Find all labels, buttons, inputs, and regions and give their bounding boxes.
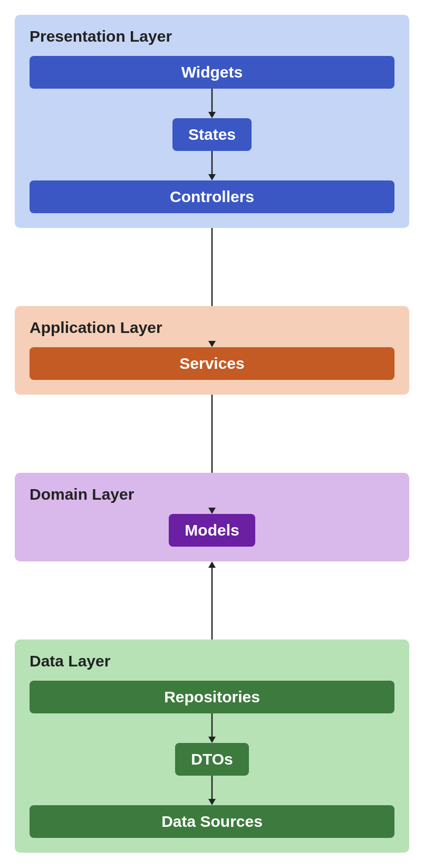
arrow-widgets-to-states	[30, 89, 394, 118]
presentation-layer: Presentation Layer Widgets States Contro…	[15, 15, 409, 228]
application-layer: Application Layer Services	[15, 306, 409, 395]
presentation-boxes: Widgets States Controllers	[30, 56, 394, 213]
arrow-repositories-to-models	[15, 561, 409, 640]
svg-marker-5	[208, 341, 216, 347]
arrow-controllers-to-services	[15, 228, 409, 306]
presentation-layer-title: Presentation Layer	[30, 27, 394, 45]
application-boxes: Services	[30, 347, 394, 380]
data-boxes: Repositories DTOs Data Sources	[30, 681, 394, 838]
svg-marker-11	[208, 737, 216, 743]
data-layer-title: Data Layer	[30, 652, 394, 670]
datasources-box: Data Sources	[30, 805, 394, 838]
application-layer-title: Application Layer	[30, 319, 394, 337]
widgets-box: Widgets	[30, 56, 394, 89]
dtos-box: DTOs	[175, 743, 248, 776]
arrow-repositories-to-dtos	[30, 713, 394, 743]
svg-marker-3	[208, 174, 216, 180]
svg-marker-8	[208, 561, 216, 568]
domain-layer-title: Domain Layer	[30, 485, 394, 503]
data-layer: Data Layer Repositories DTOs Data Source…	[15, 640, 409, 853]
svg-marker-1	[208, 112, 216, 118]
svg-marker-13	[208, 799, 216, 805]
svg-marker-7	[208, 508, 216, 514]
services-box: Services	[30, 347, 394, 380]
arrow-states-to-controllers	[30, 151, 394, 180]
states-box: States	[172, 118, 252, 151]
models-box: Models	[169, 514, 255, 547]
arrow-dtos-to-datasources	[30, 776, 394, 805]
arrow-services-to-models	[15, 395, 409, 473]
domain-layer: Domain Layer Models	[15, 473, 409, 561]
controllers-box: Controllers	[30, 180, 394, 213]
repositories-box: Repositories	[30, 681, 394, 713]
domain-boxes: Models	[30, 514, 394, 547]
